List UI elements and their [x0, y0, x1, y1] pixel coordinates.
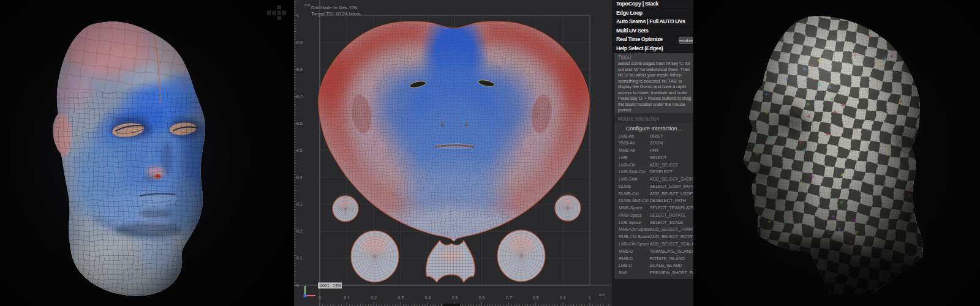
svg-text:0.1: 0.1 [344, 296, 350, 300]
svg-text:0.7: 0.7 [506, 296, 512, 300]
svg-text:0.6: 0.6 [479, 296, 485, 300]
svg-text:0.4: 0.4 [425, 296, 431, 300]
svg-text:Distribute to tiles: ON: Distribute to tiles: ON [311, 5, 358, 10]
svg-text:0: 0 [318, 296, 321, 300]
svg-text:Target TD: 10.24 tx/cm: Target TD: 10.24 tx/cm [311, 11, 361, 17]
svg-text:74%: 74% [333, 283, 341, 288]
svg-text:cm: cm [599, 293, 605, 297]
svg-text:1001: 1001 [320, 283, 330, 288]
svg-text:0.5: 0.5 [452, 296, 458, 300]
svg-text:cm: cm [304, 2, 311, 7]
svg-text:0.3: 0.3 [398, 296, 404, 300]
svg-text:0.9: 0.9 [560, 296, 566, 300]
svg-text:0.2: 0.2 [371, 296, 377, 300]
svg-text:1: 1 [589, 296, 591, 300]
svg-text:0.8: 0.8 [533, 296, 539, 300]
